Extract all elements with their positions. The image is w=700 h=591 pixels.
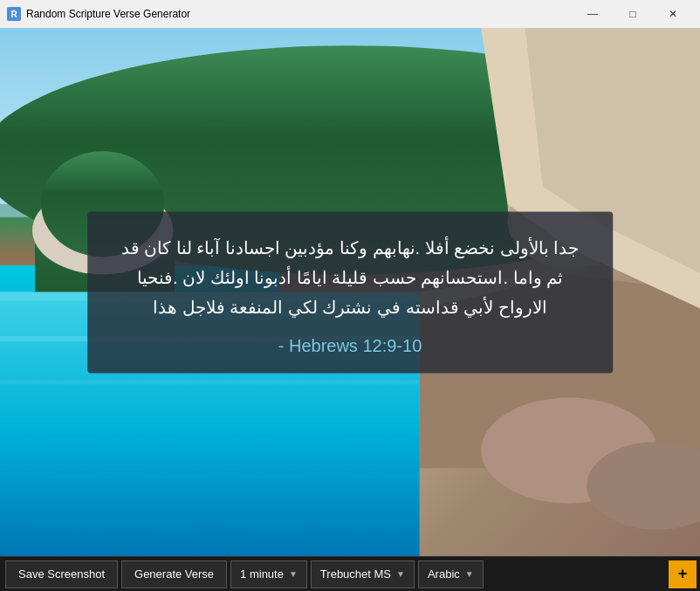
verse-overlay: جدا بالأولى نخضع أفلا .نهابهم وكنا مؤدبي… bbox=[87, 211, 613, 373]
title-bar: R Random Scripture Verse Generator — □ ✕ bbox=[0, 0, 700, 28]
language-dropdown-arrow: ▼ bbox=[465, 569, 474, 579]
save-screenshot-button[interactable]: Save Screenshot bbox=[5, 560, 118, 588]
minimize-button[interactable]: — bbox=[573, 0, 613, 28]
plus-button[interactable]: + bbox=[669, 560, 697, 588]
generate-verse-button[interactable]: Generate Verse bbox=[121, 560, 227, 588]
app-icon: R bbox=[7, 7, 21, 21]
language-label: Arabic bbox=[428, 567, 460, 581]
language-dropdown[interactable]: Arabic ▼ bbox=[418, 560, 484, 588]
interval-dropdown[interactable]: 1 minute ▼ bbox=[230, 560, 307, 588]
font-dropdown-arrow: ▼ bbox=[396, 569, 405, 579]
svg-rect-10 bbox=[0, 380, 420, 384]
verse-text: جدا بالأولى نخضع أفلا .نهابهم وكنا مؤدبي… bbox=[113, 232, 587, 321]
font-label: Trebuchet MS bbox=[320, 567, 391, 581]
interval-dropdown-arrow: ▼ bbox=[289, 569, 298, 579]
maximize-button[interactable]: □ bbox=[613, 0, 653, 28]
title-bar-controls: — □ ✕ bbox=[573, 0, 693, 28]
main-content: جدا بالأولى نخضع أفلا .نهابهم وكنا مؤدبي… bbox=[0, 28, 700, 556]
font-dropdown[interactable]: Trebuchet MS ▼ bbox=[311, 560, 415, 588]
toolbar: Save Screenshot Generate Verse 1 minute … bbox=[0, 556, 700, 591]
title-bar-text: Random Scripture Verse Generator bbox=[26, 8, 573, 20]
close-button[interactable]: ✕ bbox=[653, 0, 693, 28]
verse-reference: - Hebrews 12:9-10 bbox=[113, 335, 587, 355]
interval-label: 1 minute bbox=[240, 567, 284, 581]
